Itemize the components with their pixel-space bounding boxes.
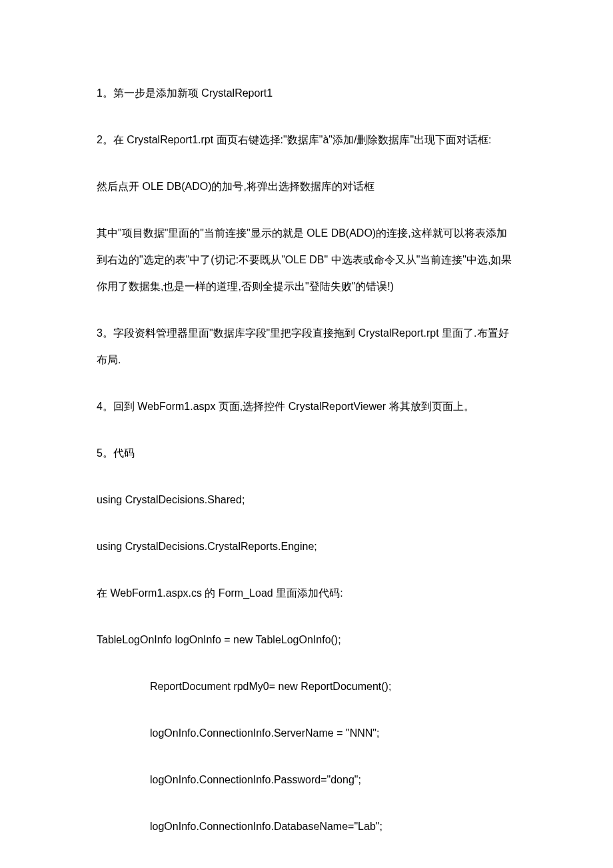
paragraph-0: 1。第一步是添加新项 CrystalReport1 bbox=[97, 80, 516, 107]
paragraph-1: 2。在 CrystalReport1.rpt 面页右键选择:"数据库"à"添加/… bbox=[97, 127, 516, 153]
paragraph-14: logOnInfo.ConnectionInfo.DatabaseName="L… bbox=[97, 813, 516, 840]
paragraph-2: 然后点开 OLE DB(ADO)的加号,将弹出选择数据库的对话框 bbox=[97, 173, 516, 200]
paragraph-15: logOnInfo.ConnectionInfo.UserID = "sa"; bbox=[97, 860, 516, 868]
paragraph-11: ReportDocument rpdMy0= new ReportDocumen… bbox=[97, 673, 516, 700]
paragraph-13: logOnInfo.ConnectionInfo.Password="dong"… bbox=[97, 767, 516, 793]
paragraph-9: 在 WebForm1.aspx.cs 的 Form_Load 里面添加代码: bbox=[97, 580, 516, 607]
paragraph-10: TableLogOnInfo logOnInfo = new TableLogO… bbox=[97, 627, 516, 653]
paragraph-3: 其中"项目数据"里面的"当前连接"显示的就是 OLE DB(ADO)的连接,这样… bbox=[97, 220, 516, 300]
paragraph-6: 5。代码 bbox=[97, 440, 516, 467]
paragraph-7: using CrystalDecisions.Shared; bbox=[97, 487, 516, 513]
document-body: 1。第一步是添加新项 CrystalReport12。在 CrystalRepo… bbox=[97, 80, 516, 868]
paragraph-8: using CrystalDecisions.CrystalReports.En… bbox=[97, 533, 516, 560]
paragraph-4: 3。字段资料管理器里面"数据库字段"里把字段直接拖到 CrystalReport… bbox=[97, 320, 516, 373]
paragraph-5: 4。回到 WebForm1.aspx 页面,选择控件 CrystalReport… bbox=[97, 393, 516, 420]
paragraph-12: logOnInfo.ConnectionInfo.ServerName = "N… bbox=[97, 720, 516, 747]
